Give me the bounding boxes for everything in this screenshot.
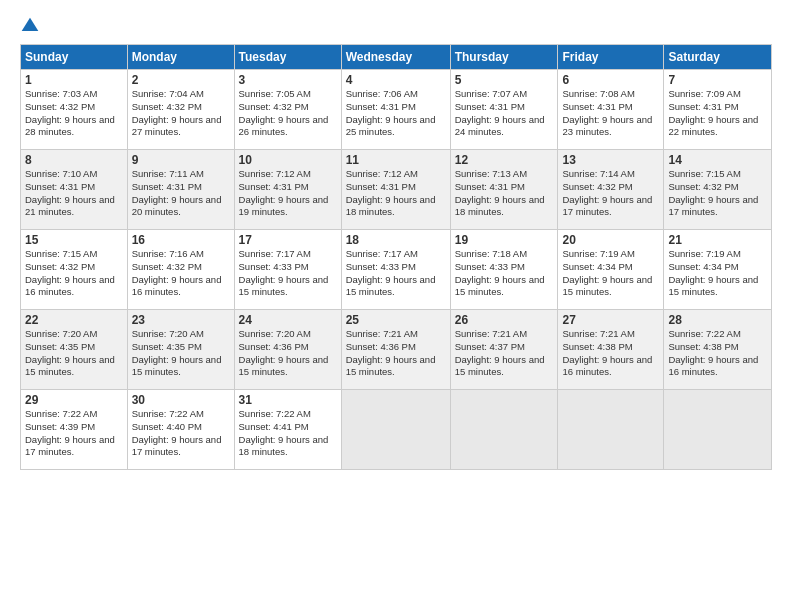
- day-info: Sunrise: 7:21 AMSunset: 4:36 PMDaylight:…: [346, 328, 436, 377]
- day-number: 22: [25, 313, 123, 327]
- day-info: Sunrise: 7:15 AMSunset: 4:32 PMDaylight:…: [668, 168, 758, 217]
- calendar-day-header: Sunday: [21, 45, 128, 70]
- calendar-cell: 5 Sunrise: 7:07 AMSunset: 4:31 PMDayligh…: [450, 70, 558, 150]
- day-number: 3: [239, 73, 337, 87]
- day-info: Sunrise: 7:13 AMSunset: 4:31 PMDaylight:…: [455, 168, 545, 217]
- svg-marker-0: [22, 18, 39, 31]
- day-info: Sunrise: 7:12 AMSunset: 4:31 PMDaylight:…: [239, 168, 329, 217]
- calendar-cell: 28 Sunrise: 7:22 AMSunset: 4:38 PMDaylig…: [664, 310, 772, 390]
- day-number: 28: [668, 313, 767, 327]
- calendar-cell: 16 Sunrise: 7:16 AMSunset: 4:32 PMDaylig…: [127, 230, 234, 310]
- logo-icon: [20, 16, 40, 36]
- day-number: 26: [455, 313, 554, 327]
- calendar-day-header: Friday: [558, 45, 664, 70]
- day-info: Sunrise: 7:22 AMSunset: 4:41 PMDaylight:…: [239, 408, 329, 457]
- day-number: 27: [562, 313, 659, 327]
- day-number: 15: [25, 233, 123, 247]
- header: [20, 16, 772, 36]
- calendar-cell: 19 Sunrise: 7:18 AMSunset: 4:33 PMDaylig…: [450, 230, 558, 310]
- day-number: 11: [346, 153, 446, 167]
- day-number: 1: [25, 73, 123, 87]
- calendar-week-row: 15 Sunrise: 7:15 AMSunset: 4:32 PMDaylig…: [21, 230, 772, 310]
- calendar-cell: 20 Sunrise: 7:19 AMSunset: 4:34 PMDaylig…: [558, 230, 664, 310]
- day-info: Sunrise: 7:07 AMSunset: 4:31 PMDaylight:…: [455, 88, 545, 137]
- day-number: 2: [132, 73, 230, 87]
- calendar-header-row: SundayMondayTuesdayWednesdayThursdayFrid…: [21, 45, 772, 70]
- day-number: 9: [132, 153, 230, 167]
- day-info: Sunrise: 7:19 AMSunset: 4:34 PMDaylight:…: [668, 248, 758, 297]
- day-number: 25: [346, 313, 446, 327]
- day-number: 18: [346, 233, 446, 247]
- day-number: 5: [455, 73, 554, 87]
- day-info: Sunrise: 7:09 AMSunset: 4:31 PMDaylight:…: [668, 88, 758, 137]
- day-info: Sunrise: 7:03 AMSunset: 4:32 PMDaylight:…: [25, 88, 115, 137]
- day-info: Sunrise: 7:10 AMSunset: 4:31 PMDaylight:…: [25, 168, 115, 217]
- calendar-table: SundayMondayTuesdayWednesdayThursdayFrid…: [20, 44, 772, 470]
- calendar-cell: 26 Sunrise: 7:21 AMSunset: 4:37 PMDaylig…: [450, 310, 558, 390]
- calendar-cell: [558, 390, 664, 470]
- calendar-cell: 8 Sunrise: 7:10 AMSunset: 4:31 PMDayligh…: [21, 150, 128, 230]
- day-info: Sunrise: 7:22 AMSunset: 4:40 PMDaylight:…: [132, 408, 222, 457]
- day-info: Sunrise: 7:08 AMSunset: 4:31 PMDaylight:…: [562, 88, 652, 137]
- day-number: 4: [346, 73, 446, 87]
- calendar-cell: 15 Sunrise: 7:15 AMSunset: 4:32 PMDaylig…: [21, 230, 128, 310]
- calendar-cell: 30 Sunrise: 7:22 AMSunset: 4:40 PMDaylig…: [127, 390, 234, 470]
- day-info: Sunrise: 7:12 AMSunset: 4:31 PMDaylight:…: [346, 168, 436, 217]
- day-number: 6: [562, 73, 659, 87]
- day-info: Sunrise: 7:18 AMSunset: 4:33 PMDaylight:…: [455, 248, 545, 297]
- calendar-cell: 10 Sunrise: 7:12 AMSunset: 4:31 PMDaylig…: [234, 150, 341, 230]
- day-number: 7: [668, 73, 767, 87]
- day-info: Sunrise: 7:06 AMSunset: 4:31 PMDaylight:…: [346, 88, 436, 137]
- day-info: Sunrise: 7:16 AMSunset: 4:32 PMDaylight:…: [132, 248, 222, 297]
- day-info: Sunrise: 7:22 AMSunset: 4:38 PMDaylight:…: [668, 328, 758, 377]
- calendar-cell: 31 Sunrise: 7:22 AMSunset: 4:41 PMDaylig…: [234, 390, 341, 470]
- calendar-cell: 12 Sunrise: 7:13 AMSunset: 4:31 PMDaylig…: [450, 150, 558, 230]
- calendar-week-row: 1 Sunrise: 7:03 AMSunset: 4:32 PMDayligh…: [21, 70, 772, 150]
- day-info: Sunrise: 7:19 AMSunset: 4:34 PMDaylight:…: [562, 248, 652, 297]
- day-number: 19: [455, 233, 554, 247]
- calendar-cell: 22 Sunrise: 7:20 AMSunset: 4:35 PMDaylig…: [21, 310, 128, 390]
- day-number: 16: [132, 233, 230, 247]
- calendar-day-header: Tuesday: [234, 45, 341, 70]
- day-number: 13: [562, 153, 659, 167]
- calendar-day-header: Saturday: [664, 45, 772, 70]
- day-info: Sunrise: 7:22 AMSunset: 4:39 PMDaylight:…: [25, 408, 115, 457]
- calendar-cell: 7 Sunrise: 7:09 AMSunset: 4:31 PMDayligh…: [664, 70, 772, 150]
- calendar-cell: 6 Sunrise: 7:08 AMSunset: 4:31 PMDayligh…: [558, 70, 664, 150]
- calendar-week-row: 8 Sunrise: 7:10 AMSunset: 4:31 PMDayligh…: [21, 150, 772, 230]
- calendar-cell: [341, 390, 450, 470]
- calendar-cell: [664, 390, 772, 470]
- day-number: 29: [25, 393, 123, 407]
- day-info: Sunrise: 7:20 AMSunset: 4:35 PMDaylight:…: [25, 328, 115, 377]
- day-number: 20: [562, 233, 659, 247]
- calendar-week-row: 29 Sunrise: 7:22 AMSunset: 4:39 PMDaylig…: [21, 390, 772, 470]
- calendar-cell: 9 Sunrise: 7:11 AMSunset: 4:31 PMDayligh…: [127, 150, 234, 230]
- day-number: 10: [239, 153, 337, 167]
- day-info: Sunrise: 7:20 AMSunset: 4:35 PMDaylight:…: [132, 328, 222, 377]
- day-number: 23: [132, 313, 230, 327]
- day-info: Sunrise: 7:21 AMSunset: 4:37 PMDaylight:…: [455, 328, 545, 377]
- calendar-cell: 21 Sunrise: 7:19 AMSunset: 4:34 PMDaylig…: [664, 230, 772, 310]
- day-number: 8: [25, 153, 123, 167]
- day-number: 24: [239, 313, 337, 327]
- day-number: 17: [239, 233, 337, 247]
- calendar-day-header: Wednesday: [341, 45, 450, 70]
- day-info: Sunrise: 7:14 AMSunset: 4:32 PMDaylight:…: [562, 168, 652, 217]
- calendar-cell: 29 Sunrise: 7:22 AMSunset: 4:39 PMDaylig…: [21, 390, 128, 470]
- day-info: Sunrise: 7:04 AMSunset: 4:32 PMDaylight:…: [132, 88, 222, 137]
- day-number: 14: [668, 153, 767, 167]
- calendar-day-header: Monday: [127, 45, 234, 70]
- day-info: Sunrise: 7:11 AMSunset: 4:31 PMDaylight:…: [132, 168, 222, 217]
- page: SundayMondayTuesdayWednesdayThursdayFrid…: [0, 0, 792, 612]
- calendar-cell: [450, 390, 558, 470]
- day-number: 12: [455, 153, 554, 167]
- calendar-cell: 23 Sunrise: 7:20 AMSunset: 4:35 PMDaylig…: [127, 310, 234, 390]
- calendar-cell: 1 Sunrise: 7:03 AMSunset: 4:32 PMDayligh…: [21, 70, 128, 150]
- calendar-cell: 25 Sunrise: 7:21 AMSunset: 4:36 PMDaylig…: [341, 310, 450, 390]
- day-number: 31: [239, 393, 337, 407]
- calendar-week-row: 22 Sunrise: 7:20 AMSunset: 4:35 PMDaylig…: [21, 310, 772, 390]
- day-number: 30: [132, 393, 230, 407]
- calendar-cell: 13 Sunrise: 7:14 AMSunset: 4:32 PMDaylig…: [558, 150, 664, 230]
- day-info: Sunrise: 7:17 AMSunset: 4:33 PMDaylight:…: [346, 248, 436, 297]
- calendar-cell: 18 Sunrise: 7:17 AMSunset: 4:33 PMDaylig…: [341, 230, 450, 310]
